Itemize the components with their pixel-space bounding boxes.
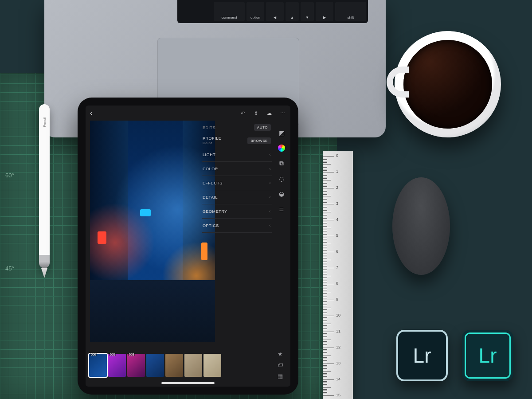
ruler-number: 9 — [336, 297, 338, 301]
ruler: 0123456789101112131415 — [323, 151, 353, 399]
presets-icon[interactable]: ≣ — [279, 205, 284, 212]
lightroom-classic-icon[interactable]: Lr — [396, 330, 448, 381]
back-icon[interactable]: ‹ — [90, 109, 92, 117]
ruler-number: 2 — [336, 185, 338, 190]
adjust-icon[interactable]: ◩ — [279, 129, 285, 137]
section-optics[interactable]: OPTICS‹ — [202, 219, 272, 233]
thumbnail[interactable] — [165, 354, 183, 377]
section-effects[interactable]: EFFECTS‹ — [202, 176, 272, 190]
key-right[interactable]: ▶ — [316, 2, 333, 21]
thumbnail[interactable] — [146, 354, 164, 377]
ruler-number: 12 — [336, 345, 340, 349]
filmstrip[interactable]: 056055053 — [89, 353, 287, 378]
key-down[interactable]: ▼ — [301, 2, 314, 21]
more-icon[interactable]: ⋯ — [279, 110, 286, 116]
browse-button[interactable]: BROWSE — [247, 137, 271, 144]
profile-label: PROFILE — [203, 136, 221, 141]
ruler-number: 10 — [336, 313, 340, 317]
edit-panel: EDITS AUTO PROFILE Color BROWSE LIGHT‹CO… — [202, 121, 272, 342]
ruler-number: 8 — [336, 281, 338, 286]
mat-angle-45: 45° — [5, 265, 14, 272]
keyboard-strip: command option ◀ ▲ ▼ ▶ shift — [177, 0, 368, 23]
profile-value: Color — [203, 141, 212, 145]
lightroom-cc-icon[interactable]: Lr — [462, 330, 513, 381]
magic-mouse[interactable] — [392, 177, 450, 275]
edits-tab[interactable]: EDITS — [203, 125, 215, 130]
key-left[interactable]: ◀ — [266, 2, 284, 21]
lightroom-app: ‹ ↶ ⇪ ☁ ⋯ EDITS AUTO — [86, 106, 290, 387]
home-indicator[interactable] — [161, 382, 215, 384]
thumbnail[interactable]: 056 — [89, 354, 107, 377]
desk-scene: 60° 45° command option ◀ ▲ ▼ ▶ shift 012… — [0, 0, 532, 399]
cloud-icon[interactable]: ☁ — [266, 110, 273, 116]
ruler-number: 6 — [336, 249, 338, 254]
thumbnail[interactable] — [184, 354, 202, 377]
key-up[interactable]: ▲ — [286, 2, 299, 21]
apple-pencil[interactable]: Pencil — [39, 104, 50, 268]
ruler-number: 5 — [336, 233, 338, 238]
thumbnail[interactable] — [203, 354, 221, 377]
app-topbar: ‹ ↶ ⇪ ☁ ⋯ — [86, 106, 290, 121]
star-icon[interactable]: ★ — [278, 351, 283, 357]
key-command[interactable]: command — [214, 2, 245, 21]
section-geometry[interactable]: GEOMETRY‹ — [202, 204, 272, 219]
crop-icon[interactable]: ⧉ — [279, 160, 284, 167]
ruler-number: 13 — [336, 361, 340, 365]
share-icon[interactable]: ⇪ — [252, 110, 259, 116]
ruler-number: 1 — [336, 169, 338, 174]
photo-canvas[interactable] — [90, 121, 215, 342]
pencil-brand: Pencil — [43, 117, 47, 127]
ruler-number: 11 — [336, 329, 340, 333]
thumbnail[interactable]: 053 — [127, 354, 145, 377]
auto-button[interactable]: AUTO — [254, 124, 271, 131]
bottom-tools: ★ 🏷 ▦ — [274, 351, 287, 379]
key-shift[interactable]: shift — [335, 2, 366, 21]
undo-icon[interactable]: ↶ — [239, 110, 246, 116]
tag-icon[interactable]: 🏷 — [278, 362, 283, 368]
tool-column: ◩ ⧉ ◌ ◒ ≣ — [275, 129, 288, 212]
section-light[interactable]: LIGHT‹ — [202, 148, 272, 162]
key-option[interactable]: option — [246, 2, 264, 21]
coffee-cup — [395, 31, 501, 137]
heal-icon[interactable]: ◌ — [279, 175, 284, 182]
ipad: ‹ ↶ ⇪ ☁ ⋯ EDITS AUTO — [78, 98, 298, 395]
section-detail[interactable]: DETAIL‹ — [202, 190, 272, 204]
ruler-number: 3 — [336, 201, 338, 206]
mask-icon[interactable]: ◒ — [279, 190, 284, 197]
ruler-number: 14 — [336, 377, 340, 381]
ruler-number: 7 — [336, 265, 338, 270]
ruler-number: 15 — [336, 393, 340, 397]
thumbnail[interactable]: 055 — [108, 354, 126, 377]
ruler-number: 0 — [336, 153, 338, 158]
mat-angle-60: 60° — [5, 172, 14, 179]
section-color[interactable]: COLOR‹ — [202, 162, 272, 176]
grid-icon[interactable]: ▦ — [278, 373, 283, 379]
ruler-number: 4 — [336, 217, 338, 222]
color-wheel-icon[interactable] — [278, 145, 285, 152]
